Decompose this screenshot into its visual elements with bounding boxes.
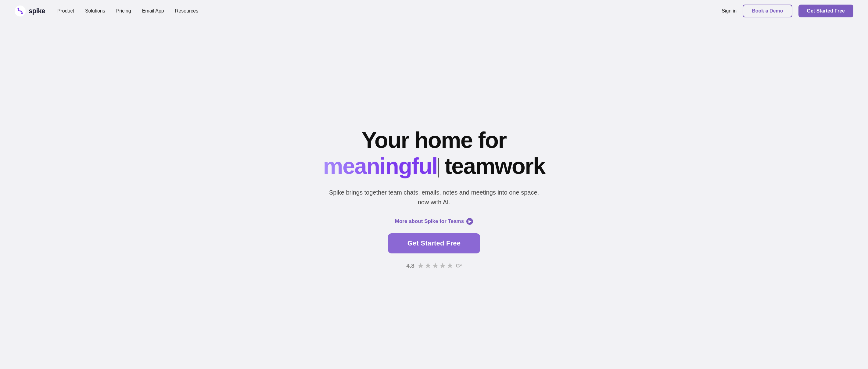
star-1: ★ <box>417 262 424 270</box>
more-about-teams-label: More about Spike for Teams <box>395 218 464 224</box>
star-4: ★ <box>439 262 445 270</box>
g2-badge: G² <box>456 263 462 269</box>
hero-title-teamwork: teamwork <box>444 153 545 179</box>
hero-title-gradient: meaningful <box>323 153 437 179</box>
sign-in-link[interactable]: Sign in <box>722 8 737 14</box>
nav-item-solutions[interactable]: Solutions <box>85 8 105 14</box>
book-demo-button[interactable]: Book a Demo <box>743 5 792 18</box>
logo[interactable]: spike <box>14 5 45 17</box>
logo-text: spike <box>29 7 45 15</box>
more-about-teams-link[interactable]: More about Spike for Teams ▶ <box>395 218 473 225</box>
hero-section: Your home for meaningful teamwork Spike … <box>0 22 868 369</box>
svg-point-2 <box>21 13 23 14</box>
nav-link-product[interactable]: Product <box>57 8 74 13</box>
nav-link-email-app[interactable]: Email App <box>142 8 164 13</box>
cursor-blink <box>438 158 439 178</box>
get-started-nav-button[interactable]: Get Started Free <box>799 5 854 18</box>
star-5-half: ★ <box>447 262 453 270</box>
nav-item-email-app[interactable]: Email App <box>142 8 164 14</box>
nav-left: spike Product Solutions Pricing Email Ap… <box>14 5 198 17</box>
arrow-circle-icon: ▶ <box>466 218 473 225</box>
rating-row: 4.8 ★ ★ ★ ★ ★ G² <box>406 262 461 270</box>
star-3: ★ <box>432 262 438 270</box>
spike-logo-icon <box>14 5 26 17</box>
hero-title: Your home for meaningful teamwork <box>323 127 545 179</box>
rating-value: 4.8 <box>406 263 414 269</box>
get-started-hero-button[interactable]: Get Started Free <box>388 233 480 253</box>
nav-item-product[interactable]: Product <box>57 8 74 14</box>
star-rating: ★ ★ ★ ★ ★ <box>417 262 453 270</box>
hero-subtitle: Spike brings together team chats, emails… <box>327 188 541 207</box>
main-nav: spike Product Solutions Pricing Email Ap… <box>0 0 868 22</box>
nav-link-solutions[interactable]: Solutions <box>85 8 105 13</box>
nav-link-resources[interactable]: Resources <box>175 8 198 13</box>
nav-item-resources[interactable]: Resources <box>175 8 198 14</box>
nav-right: Sign in Book a Demo Get Started Free <box>722 5 854 18</box>
nav-link-pricing[interactable]: Pricing <box>116 8 131 13</box>
nav-item-pricing[interactable]: Pricing <box>116 8 131 14</box>
svg-point-1 <box>18 8 19 9</box>
hero-title-line2: meaningful teamwork <box>323 153 545 179</box>
star-2: ★ <box>425 262 431 270</box>
nav-links: Product Solutions Pricing Email App Reso… <box>57 8 198 14</box>
hero-title-line1: Your home for <box>323 127 545 153</box>
